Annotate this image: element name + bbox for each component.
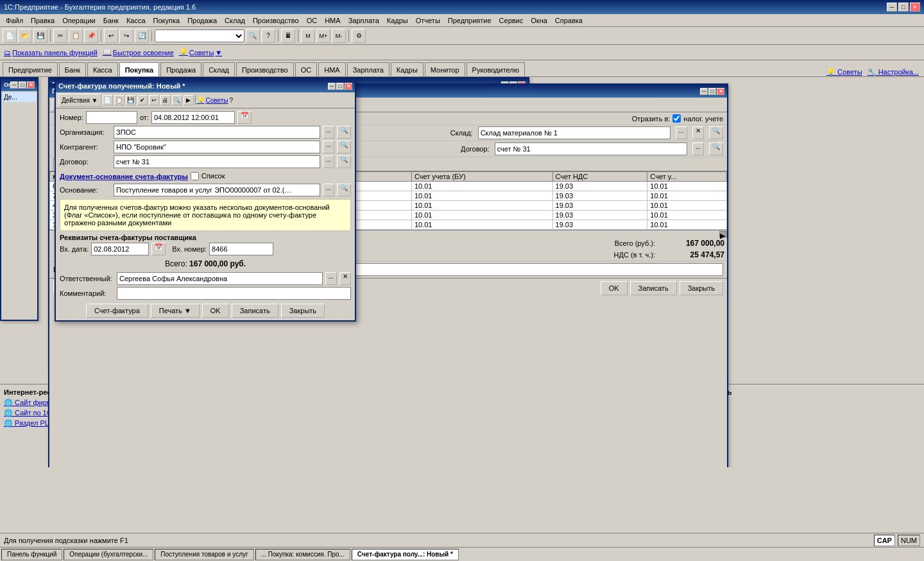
kontragent-choose-btn[interactable]: ... [323,141,334,153]
settings-btn[interactable]: ⚙ [352,29,366,43]
menu-okna[interactable]: Окна [527,16,551,25]
open-btn[interactable]: 📂 [18,29,32,43]
main-close[interactable]: ✕ [717,88,724,95]
paste-btn[interactable]: 📌 [84,29,98,43]
menu-edit[interactable]: Правка [28,16,58,25]
menu-prodazha[interactable]: Продажа [184,16,220,25]
sovety-link[interactable]: 💡 Советы ▼ [179,48,222,56]
schet-faktura-btn[interactable]: Счет-фактура [86,304,148,318]
hscroll-thumb[interactable]: ▶ [719,231,727,237]
vx-nomer-input[interactable] [209,243,273,255]
close-button[interactable]: ✕ [910,3,920,12]
toolbar-combo[interactable] [155,30,244,42]
inv-ok-btn[interactable]: OK [202,304,229,318]
sklad-search-btn[interactable]: 🔍 [709,126,723,139]
inv-pechat-btn[interactable]: Печать ▼ [151,304,200,318]
inv-sovety-link[interactable]: 💡 Советы [197,97,228,104]
tab-predpriyatie[interactable]: Предприятие [3,62,58,76]
new-btn[interactable]: 📄 [3,29,17,43]
dokument-label[interactable]: Документ-основание счета-фактуры [60,173,188,180]
menu-pokupka[interactable]: Покупка [150,16,184,25]
ok-button[interactable]: OK [601,281,628,295]
tab-prodazha[interactable]: Продажа [160,62,201,76]
tab-nma[interactable]: НМА [318,62,345,76]
tab-zarplata[interactable]: Зарплата [347,62,389,76]
dogovor-inv-search-btn[interactable]: 🔍 [337,155,351,168]
sklad-clear-btn[interactable]: ✕ [692,126,704,139]
taskbar-item-2[interactable]: Поступления товаров и услуг [155,549,253,560]
menu-os[interactable]: ОС [304,16,321,25]
mplus-btn[interactable]: M+ [316,29,330,43]
inv-copy[interactable]: 📋 [114,95,124,105]
show-panel-link[interactable]: 🗂 Показать панель функций [4,49,98,56]
menu-spravka[interactable]: Справка [552,16,586,25]
zakryt-button[interactable]: Закрыть [680,281,723,295]
tab-pokupka[interactable]: Покупка [119,62,160,76]
org-search-btn[interactable]: 🔍 [337,126,351,139]
menu-otchety[interactable]: Отчеты [413,16,443,25]
inv-maximize[interactable]: □ [336,83,344,90]
otvetstvenny-clear-btn[interactable]: ✕ [339,272,351,285]
maximize-button[interactable]: □ [898,3,909,12]
zapisat-button[interactable]: Записать [630,281,677,295]
menu-kassa[interactable]: Касса [123,16,149,25]
ot-input[interactable] [151,111,235,124]
ops-close[interactable]: ✕ [27,82,35,89]
tab-monitor[interactable]: Монитор [425,62,465,76]
tab-bank[interactable]: Банк [59,62,86,76]
tab-os[interactable]: ОС [295,62,318,76]
osnov-input[interactable] [114,184,320,196]
kontragent-search-btn[interactable]: 🔍 [337,141,351,153]
inv-help-btn[interactable]: ? [229,97,233,104]
org-choose-btn[interactable]: ... [323,126,334,139]
menu-servis[interactable]: Сервис [496,16,527,25]
org-input[interactable] [114,126,320,139]
minimize-button[interactable]: ─ [887,3,897,12]
dogovor-input[interactable] [495,142,687,155]
menu-production[interactable]: Производство [250,16,302,25]
spisok-checkbox[interactable] [191,172,199,180]
otvetstvenny-choose-btn[interactable]: ... [325,272,337,285]
inv-unpost[interactable]: ↩ [149,95,159,105]
dogovor-inv-input[interactable] [114,155,320,168]
calc-btn[interactable]: 🖩 [281,29,295,43]
quick-learn-link[interactable]: 📖 Быстрое освоение [103,48,174,56]
actions-menu-btn[interactable]: Действия ▼ [58,94,101,107]
dogovor-inv-choose-btn[interactable]: ... [323,155,334,168]
taskbar-item-4[interactable]: Счет-фактура полу...: Новый * [352,549,459,560]
dogovor-search-btn[interactable]: 🔍 [709,142,723,155]
menu-zarplata[interactable]: Зарплата [345,16,382,25]
vx-data-input[interactable] [91,243,149,255]
menu-file[interactable]: Файл [3,16,26,25]
menu-nma[interactable]: НМА [321,16,343,25]
osnov-choose-btn[interactable]: ... [323,184,334,196]
inv-post[interactable]: ✔ [137,95,148,105]
menu-bank[interactable]: Банк [100,16,122,25]
mminus-btn[interactable]: M- [332,29,346,43]
help-btn[interactable]: ? [261,29,275,43]
tab-production[interactable]: Производство [236,62,294,76]
inv-save[interactable]: 💾 [126,95,136,105]
inv-print[interactable]: 🖨 [160,95,171,105]
taskbar-item-1[interactable]: Операции (бухгалтерски... [64,549,153,560]
sovety-tab-link[interactable]: 💡 Советы [826,68,862,76]
sklad-choose-btn[interactable]: ... [676,126,687,139]
redo-btn[interactable]: ↪ [119,29,133,43]
inv-zakryt-btn[interactable]: Закрыть [281,304,325,318]
nomer-input[interactable] [86,111,137,124]
tab-kadry[interactable]: Кадры [391,62,424,76]
kontragent-input[interactable] [114,141,320,153]
tab-kassa[interactable]: Касса [87,62,118,76]
dogovor-choose-btn[interactable]: ... [692,142,704,155]
search-btn[interactable]: 🔍 [246,29,260,43]
undo-btn[interactable]: ↩ [104,29,118,43]
cut-btn[interactable]: ✂ [53,29,67,43]
menu-kadry[interactable]: Кадры [384,16,411,25]
menu-operations[interactable]: Операции [59,16,98,25]
ops-maximize[interactable]: □ [19,82,26,89]
inv-zapisat-btn[interactable]: Записать [232,304,278,318]
save-btn[interactable]: 💾 [33,29,47,43]
ot-calendar-btn[interactable]: 📅 [237,111,252,124]
vx-calendar-btn[interactable]: 📅 [151,243,166,255]
inv-new[interactable]: 📄 [103,95,113,105]
